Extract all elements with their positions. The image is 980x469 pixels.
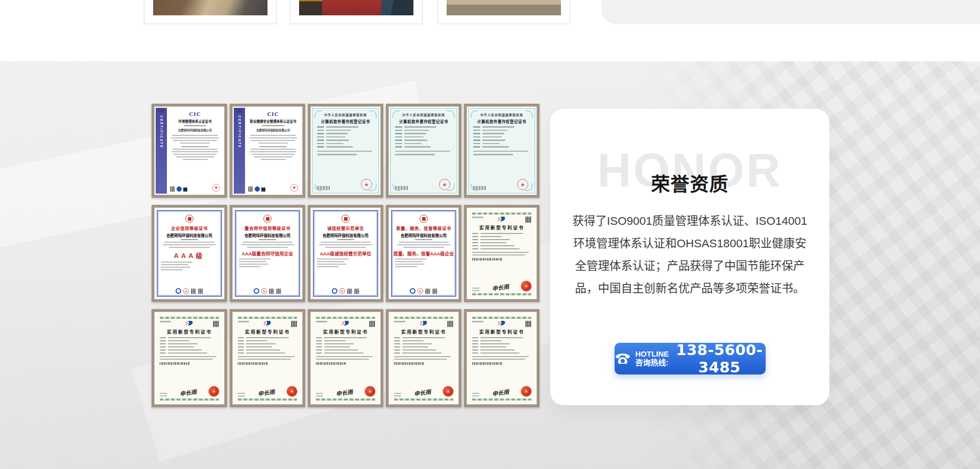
commissioner-signature: 申长雨	[179, 387, 197, 397]
barcode	[238, 362, 267, 365]
text-line	[473, 151, 528, 152]
text-line	[473, 133, 480, 134]
commissioner-signature: 申长雨	[492, 387, 509, 397]
commissioner-signature: 申长雨	[257, 387, 275, 397]
field-row	[160, 346, 219, 347]
text-line	[246, 353, 285, 354]
certificate-patent[interactable]: 实用新型专利证书申长雨★	[386, 309, 461, 407]
text-line	[395, 154, 435, 155]
gallery-card[interactable]	[144, 0, 277, 24]
certificate-company: 合肥珂玛环保科技有限公司	[244, 232, 290, 238]
certificate-credit[interactable]: 重合同守信用等级证书合肥珂玛环保科技有限公司AAA级重合同守信用企业★	[230, 205, 305, 302]
certificate-cic[interactable]: CICCERTIFICATECIC环境管理体系认证证书合肥珂玛环保科技有限公司★	[152, 104, 227, 198]
text-line	[324, 346, 350, 347]
field-row	[395, 146, 452, 148]
field-row	[316, 343, 375, 344]
text-line	[184, 125, 206, 126]
text-line	[472, 233, 478, 234]
qr-code	[432, 289, 437, 294]
text-line	[480, 337, 523, 338]
field-row	[317, 126, 374, 128]
field-row	[473, 139, 530, 141]
field-row	[473, 143, 530, 145]
field-row	[395, 136, 452, 138]
certificate-copyright[interactable]: 中华人民共和国国家版权局计算机软件著作权登记证书★	[464, 104, 540, 198]
cnipa-logo	[341, 320, 350, 330]
red-emblem	[420, 215, 428, 223]
field-row	[160, 340, 219, 341]
text-line	[181, 146, 209, 147]
qr-code	[425, 289, 430, 294]
red-star-stamp: ★	[339, 288, 345, 294]
text-line	[480, 346, 506, 347]
text-line	[404, 133, 426, 134]
hotline-button[interactable]: HOTLINE 咨询热线: 138-5600-3485	[615, 343, 766, 374]
barcode	[472, 362, 502, 365]
certificate-patent[interactable]: 实用新型专利证书申长雨★	[308, 309, 383, 407]
text-line	[262, 125, 284, 126]
text-line	[164, 242, 215, 243]
text-line	[238, 340, 244, 341]
text-line	[259, 239, 276, 240]
gallery-card[interactable]	[437, 0, 570, 24]
certificate-credit[interactable]: 诚信经营示范单位合肥珂玛环保科技有限公司AAA级诚信经营示范单位★	[308, 205, 383, 302]
cnipa-logo	[420, 320, 428, 330]
field-row	[238, 337, 297, 338]
certificate-copyright[interactable]: 中华人民共和国国家版权局计算机软件著作权登记证书★	[308, 104, 383, 198]
gallery-card[interactable]	[290, 0, 423, 24]
certificate-paper: 中华人民共和国国家版权局计算机软件著作权登记证书★	[390, 108, 457, 194]
qr-code	[170, 186, 175, 192]
text-line	[480, 343, 510, 344]
certificate-grid: CICCERTIFICATECIC环境管理体系认证证书合肥珂玛环保科技有限公司★…	[152, 104, 540, 407]
red-emblem	[263, 215, 272, 223]
text-line	[395, 261, 423, 262]
certificate-patent[interactable]: 实用新型专利证书申长雨★	[230, 309, 305, 407]
text-line	[395, 266, 417, 267]
certificate-copyright[interactable]: 中华人民共和国国家版权局计算机软件著作权登记证书★	[386, 104, 461, 198]
certificate-credit[interactable]: 企业信用等级证书合肥珂玛环保科技有限公司AAA级★	[152, 205, 227, 302]
text-line	[168, 337, 211, 338]
national-emblem-seal: ★	[521, 386, 531, 396]
field-row	[317, 143, 374, 145]
certificate-footer: ★	[248, 184, 298, 192]
text-line	[316, 321, 327, 322]
text-line	[395, 264, 425, 265]
text-line	[246, 340, 267, 341]
text-line	[168, 349, 202, 350]
text-line	[246, 343, 276, 344]
text-line	[473, 136, 480, 138]
certificate-patent[interactable]: 实用新型专利证书申长雨★	[152, 309, 227, 407]
national-emblem-seal: ★	[443, 386, 453, 396]
certificate-cic[interactable]: CICCERTIFICATECIC职业健康安全管理体系认证证书合肥珂玛环保科技有…	[230, 104, 305, 198]
certificate-title: 企业信用等级证书	[171, 225, 208, 231]
text-line	[172, 135, 218, 136]
field-row	[317, 133, 374, 134]
text-line	[394, 343, 400, 344]
qr-code	[447, 321, 453, 327]
text-line	[316, 395, 323, 396]
field-row	[238, 346, 297, 347]
certificate-patent[interactable]: 实用新型专利证书申长雨★	[464, 309, 540, 407]
certificate-patent[interactable]: 实用新型专利证书申长雨★	[464, 205, 540, 302]
commissioner-signature: 申长雨	[335, 387, 353, 397]
certificate-credit[interactable]: 质量、服务、信誉等级证书合肥珂玛环保科技有限公司质量、服务、信誉AAA级企业★	[386, 205, 461, 302]
red-star-stamp: ★	[261, 288, 267, 294]
barcode	[316, 362, 346, 365]
text-line	[326, 130, 351, 131]
certificate-body: CIC职业健康安全管理体系认证证书合肥珂玛环保科技有限公司★	[245, 108, 301, 194]
qr-code	[248, 186, 253, 192]
certificate-title: 计算机软件著作权登记证书	[395, 119, 452, 124]
text-line	[238, 393, 245, 394]
award-grade: AAA级	[174, 250, 205, 260]
text-line	[238, 346, 244, 347]
footer-labels	[472, 288, 479, 291]
green-ornament-band	[472, 317, 531, 319]
text-line	[160, 321, 171, 322]
text-line	[472, 343, 478, 344]
national-emblem-seal: ★	[365, 386, 375, 396]
field-row	[238, 343, 297, 344]
text-line	[172, 151, 218, 152]
text-line	[168, 353, 207, 354]
corner-flourish	[393, 183, 400, 191]
text-line	[394, 340, 400, 341]
